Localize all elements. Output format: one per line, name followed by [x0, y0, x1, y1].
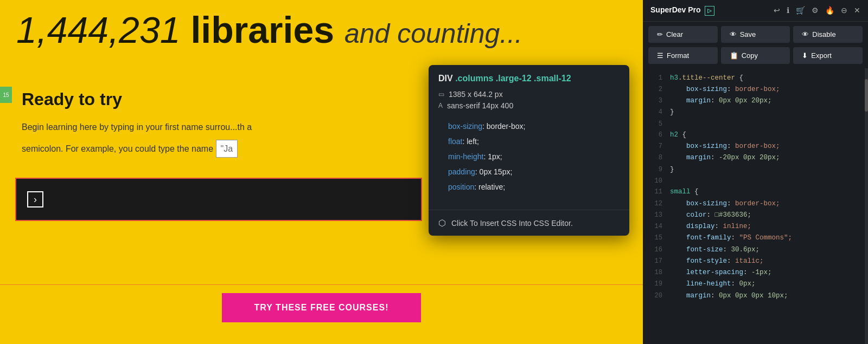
panel-badge: ▷: [705, 6, 714, 16]
code-line: 14 display: inline;: [643, 221, 868, 232]
clear-button[interactable]: ✏ Clear: [648, 26, 718, 43]
code-line: 8 margin: -20px 0px 20px;: [643, 152, 868, 164]
line-content: box-sizing: border-box;: [670, 198, 780, 210]
code-line: 4}: [643, 107, 868, 118]
line-number: 15: [647, 232, 662, 244]
arrow-button[interactable]: ›: [27, 191, 43, 207]
insert-text: Click To Insert CSS Into CSS Editor.: [451, 219, 573, 228]
font-row: A sans-serif 14px 400: [438, 101, 620, 110]
font-value: sans-serif 14px 400: [447, 101, 513, 110]
code-line: 16 font-size: 30.6px;: [643, 244, 868, 256]
line-content: line-height: 0px;: [670, 278, 756, 290]
disable-button[interactable]: 👁 Disable: [793, 26, 863, 43]
line-content: h3.title--center {: [670, 73, 743, 84]
line-content: }: [670, 164, 674, 176]
line-content: font-style: italic;: [670, 256, 764, 267]
panel-title: SuperDev Pro ▷: [650, 5, 714, 16]
ready-text-1: Begin learning here by typing in your fi…: [22, 120, 423, 134]
toolbar-row-2: ☰ Format 📋 Copy ⬇ Export: [643, 47, 868, 68]
fire-icon[interactable]: 🔥: [825, 6, 834, 15]
code-line: 12 box-sizing: border-box;: [643, 198, 868, 210]
css-prop-padding: padding: 0px 15px;: [448, 164, 610, 179]
code-line: 18 letter-spacing: -1px;: [643, 267, 868, 278]
info-icon[interactable]: ℹ: [787, 6, 789, 15]
css-prop-float: float: left;: [448, 134, 610, 149]
headline-number: 1,444,231: [16, 9, 181, 50]
code-line: 9}: [643, 164, 868, 176]
line-content: }: [670, 107, 674, 118]
scrollbar-track[interactable]: [865, 68, 868, 345]
line-number: 1: [647, 73, 662, 84]
code-line: 3 margin: 0px 0px 20px;: [643, 95, 868, 107]
format-button[interactable]: ☰ Format: [648, 47, 718, 64]
code-line: 5: [643, 119, 868, 129]
css-prop-position: position: relative;: [448, 179, 610, 194]
tooltip-header: DIV .columns .large-12 .small-12 ▭ 1385 …: [429, 65, 629, 210]
code-line: 10: [643, 176, 868, 186]
name-input-example[interactable]: "Ja: [216, 140, 238, 158]
copy-icon: 📋: [730, 51, 738, 60]
cart-icon[interactable]: 🛒: [796, 6, 805, 15]
line-content: margin: 0px 0px 20px;: [670, 95, 772, 107]
copy-button[interactable]: 📋 Copy: [721, 47, 790, 64]
dimensions-row: ▭ 1385 x 644.2 px: [438, 90, 620, 99]
code-line: 7 box-sizing: border-box;: [643, 141, 868, 152]
line-content: margin: -20px 0px 20px;: [670, 152, 780, 164]
css-prop-box-sizing: box-sizing: border-box;: [448, 119, 610, 134]
code-line: 19 line-height: 0px;: [643, 278, 868, 290]
line-content: h2 {: [670, 129, 686, 141]
line-content: letter-spacing: -1px;: [670, 267, 772, 278]
line-content: small {: [670, 186, 699, 198]
toolbar-row-1: ✏ Clear 👁 Save 👁 Disable: [643, 22, 868, 47]
code-line: 15 font-family: "PS Commons";: [643, 232, 868, 244]
panel-header: SuperDev Pro ▷ ↩ ℹ 🛒 ⚙ 🔥 ⊖ ✕: [643, 0, 868, 22]
insert-css-button[interactable]: ⬡ Click To Insert CSS Into CSS Editor.: [429, 210, 629, 236]
line-number: 19: [647, 278, 662, 290]
minus-circle-icon[interactable]: ⊖: [841, 6, 847, 15]
scrollbar-thumb[interactable]: [865, 79, 868, 112]
line-number: 18: [647, 267, 662, 278]
ready-text-2: semicolon. For example, you could type t…: [22, 140, 423, 158]
tooltip-selector: DIV .columns .large-12 .small-12: [438, 74, 620, 83]
line-number: 12: [647, 198, 662, 210]
line-content: font-family: "PS Commons";: [670, 232, 792, 244]
dimensions-value: 1385 x 644.2 px: [449, 90, 503, 99]
code-line: 17 font-style: italic;: [643, 256, 868, 267]
css-tooltip-popup: DIV .columns .large-12 .small-12 ▭ 1385 …: [429, 65, 629, 236]
format-icon: ☰: [657, 51, 663, 60]
export-button[interactable]: ⬇ Export: [793, 47, 863, 64]
code-line: 2 box-sizing: border-box;: [643, 84, 868, 95]
line-content: margin: 0px 0px 0px 10px;: [670, 290, 788, 302]
disable-icon: 👁: [802, 30, 809, 38]
line-number: 20: [647, 290, 662, 302]
line-content: font-size: 30.6px;: [670, 244, 760, 256]
line-number: 11: [647, 186, 662, 198]
export-icon: ⬇: [802, 51, 808, 60]
line-number: 5: [647, 119, 662, 129]
line-number: 3: [647, 95, 662, 107]
cta-button[interactable]: TRY THESE FREE COURSES!: [222, 293, 422, 322]
line-number: 13: [647, 210, 662, 221]
line-number: 7: [647, 141, 662, 152]
panel-header-icons: ↩ ℹ 🛒 ⚙ 🔥 ⊖ ✕: [774, 6, 860, 15]
red-guide-line: [0, 284, 643, 285]
line-number: 8: [647, 152, 662, 164]
code-line: 6h2 {: [643, 129, 868, 141]
font-icon: A: [438, 102, 443, 109]
line-content: color: □#363636;: [670, 210, 751, 221]
insert-icon: ⬡: [438, 218, 446, 228]
headline-word: libraries: [190, 9, 334, 50]
undo-icon[interactable]: ↩: [774, 6, 780, 15]
line-number: 16: [647, 244, 662, 256]
save-button[interactable]: 👁 Save: [721, 26, 790, 43]
selector-classes: .columns .large-12 .small-12: [455, 74, 571, 83]
code-editor[interactable]: 1h3.title--center {2 box-sizing: border-…: [643, 68, 868, 345]
headline: 1,444,231 libraries and counting...: [16, 10, 522, 50]
css-prop-min-height: min-height: 1px;: [448, 149, 610, 164]
code-line: 11small {: [643, 186, 868, 198]
line-number: 2: [647, 84, 662, 95]
settings-icon[interactable]: ⚙: [812, 6, 819, 15]
close-icon[interactable]: ✕: [854, 6, 860, 15]
superdev-panel: SuperDev Pro ▷ ↩ ℹ 🛒 ⚙ 🔥 ⊖ ✕ ✏ Clear 👁 S…: [643, 0, 868, 344]
line-number: 4: [647, 107, 662, 118]
